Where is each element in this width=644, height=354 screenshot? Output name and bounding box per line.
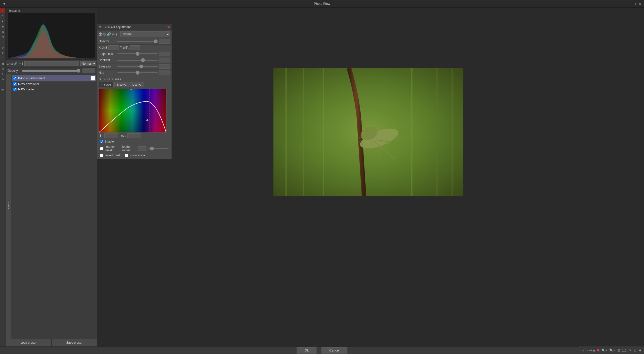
layer-power-icon[interactable]: ⏻ [7,62,10,65]
adjustment-panel: ▼ B-C-S-H adjustment ✕ ⏻ ⧉ 🔗 ✏ ℹ Normal … [97,24,172,159]
enable-label[interactable]: Enable [104,140,114,143]
adj-hue-slider[interactable] [117,72,158,73]
layer-checkbox-raw-dev[interactable] [13,82,17,86]
save-preset-button[interactable]: Save preset [52,339,97,346]
tool-edit[interactable]: ✏ [0,13,5,18]
adj-brightness-input[interactable]: 0 [159,52,170,56]
zoom-in-icon[interactable]: 🔍+ [601,348,608,352]
adj-opacity-input[interactable]: 100 [159,39,170,44]
show-mask-checkbox[interactable] [125,154,128,157]
curve-point-4[interactable] [165,131,167,133]
adj-saturation-input[interactable]: 20 [159,64,170,69]
layer-item-bcsh[interactable]: B-C-S-H adjustment [12,75,96,82]
adj-close-button[interactable]: ✕ [167,25,170,29]
adj-contrast-row: Contrast 30 [97,57,172,63]
layer-checkbox-bcsh[interactable] [13,77,17,80]
adj-blend-mode-select[interactable]: Normal Multiply Screen Overlay [120,31,170,37]
layer-label-raw-dev: RAW developer [18,82,95,86]
adj-collapse-icon[interactable]: ▼ [99,25,102,29]
in-input[interactable]: 163,2 [104,133,118,138]
zoom-fit-icon[interactable]: ⊡ [617,348,620,352]
invert-mask-label[interactable]: invert mask [105,154,121,157]
adj-saturation-slider[interactable] [117,66,158,67]
feather-mask-label[interactable]: feather mask [105,145,118,152]
adj-copy-icon[interactable]: ⧉ [103,32,106,37]
adj-contrast-label: Contrast [99,58,116,62]
menu-icon[interactable]: ▼ [3,2,6,6]
adj-contrast-slider[interactable] [117,60,158,61]
ok-button[interactable]: Ok [297,347,316,353]
tool-clone[interactable]: ⊙ [0,77,5,82]
layer-info-icon[interactable]: ℹ [22,62,23,65]
tab-h-curve[interactable]: H curve [99,82,114,87]
settings-icon[interactable]: ✱ [639,348,641,352]
adj-contrast-input[interactable]: 30 [159,58,170,62]
warning-icon[interactable]: ⚠ [634,348,637,352]
main-layout: ≡ ✏ ★ ⊕ ⊞ ⊟ ▭ ◇ ✐ ☞ ▦ ◎ T ⊙ ○ 🗑 - histog… [0,8,644,346]
tool-text[interactable]: T [0,72,5,77]
processing-indicator [597,349,599,351]
adj-header: ▼ B-C-S-H adjustment ✕ [97,24,172,30]
adj-opacity-slider[interactable] [117,41,158,42]
layer-item-raw-load[interactable]: RAW loader [12,87,96,92]
adj-info-icon[interactable]: ℹ [116,32,117,36]
feather-radius-input[interactable]: 5 [138,146,146,151]
tool-rect[interactable]: ▭ [0,40,5,45]
tool-layers[interactable]: ≡ [0,8,5,13]
enable-checkbox[interactable] [100,140,103,143]
curve-point-3[interactable] [146,119,148,121]
bottom-bar: Ok Cancel [0,346,644,354]
maximize-button[interactable]: + [634,2,636,6]
adj-hue-input[interactable]: 0,0 [159,70,170,75]
blend-row: ⏻ ⧉ 🔗 ✏ ℹ Normal Multiply Screen Overlay [97,30,172,38]
layer-item-raw-dev[interactable]: RAW developer [12,82,96,87]
adj-power-icon[interactable]: ⏻ [99,32,102,36]
tool-gradient[interactable]: ▦ [0,61,5,66]
feather-mask-row: feather mask feather radius 5 [99,144,170,153]
yshift-input[interactable]: 0 [130,45,140,50]
layer-link-icon[interactable]: 🔗 [14,62,18,65]
tool-eyedropper[interactable]: ◎ [0,66,5,71]
tool-zoom-out[interactable]: ⊟ [0,34,5,40]
tool-shape[interactable]: ◇ [0,45,5,50]
layer-pencil-icon[interactable]: ✏ [19,62,21,65]
opacity-input-main[interactable]: 100 [83,68,95,73]
show-mask-label[interactable]: show mask [130,154,145,157]
tool-crop[interactable]: ⊕ [0,24,5,29]
tool-star[interactable]: ★ [0,19,5,24]
adj-link-icon[interactable]: 🔗 [107,32,111,36]
curve-area[interactable] [99,89,167,133]
zoom-out-icon[interactable]: 🔍− [609,348,615,352]
opacity-slider-main[interactable] [22,69,80,73]
layer-name-input[interactable]: B-C-S-H adjustment [24,61,79,66]
close-button[interactable]: ✕ [638,2,641,6]
tool-brush[interactable]: ✐ [0,50,5,55]
blend-mode-select-main[interactable]: Normal [80,61,96,66]
load-preset-button[interactable]: Load preset [6,339,52,346]
adj-pencil-icon[interactable]: ✏ [112,32,115,36]
brightness-icon[interactable]: ☀ [629,348,632,352]
tool-delete[interactable]: 🗑 [0,87,5,92]
invert-mask-checkbox[interactable] [100,154,103,157]
zoom-100-icon[interactable]: 1:1 [622,348,627,352]
tool-hand[interactable]: ☞ [0,56,5,61]
feather-radius-label: feather radius [122,145,136,152]
tab-s-curve[interactable]: S curve [114,82,129,87]
out-label: out: [121,134,126,137]
adj-saturation-row: Saturation 20 [97,63,172,70]
feather-radius-slider[interactable] [148,148,169,149]
layer-checkbox-raw-load[interactable] [13,88,17,91]
xshift-input[interactable]: 0 [108,45,118,50]
tool-zoom-in[interactable]: ⊞ [0,29,5,34]
tool-blur[interactable]: ○ [0,82,5,87]
adj-brightness-slider[interactable] [117,53,158,54]
hsl-collapse-icon[interactable]: ▼ [99,78,102,81]
layer-copy-icon[interactable]: ⧉ [11,62,13,65]
tab-l-curve[interactable]: L curve [130,82,144,87]
out-input[interactable]: 100,0 [127,133,141,138]
cancel-button[interactable]: Cancel [321,347,347,353]
minimize-button[interactable]: – [630,2,632,6]
curve-point-bottom-left[interactable] [99,132,100,133]
feather-mask-checkbox[interactable] [100,147,103,150]
adj-brightness-row: Brightness 0 [97,51,172,57]
